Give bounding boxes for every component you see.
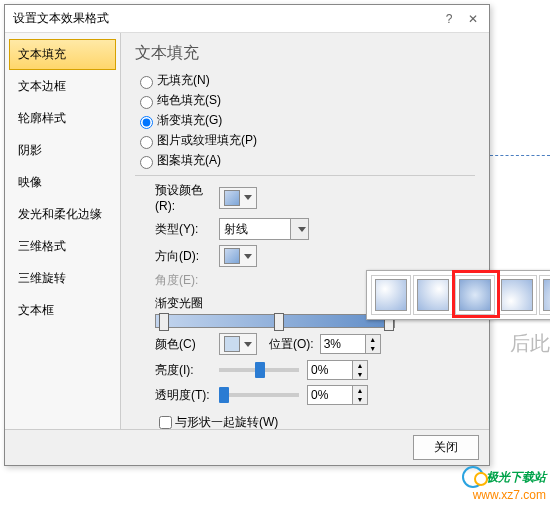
radio-gradient-fill-label[interactable]: 渐变填充(G): [157, 112, 222, 129]
dialog-title: 设置文本效果格式: [13, 10, 437, 27]
titlebar[interactable]: 设置文本效果格式 ? ✕: [5, 5, 489, 33]
chevron-down-icon: [244, 254, 252, 259]
panel-heading: 文本填充: [135, 43, 475, 64]
spinner-down-button[interactable]: ▼: [353, 395, 367, 404]
direction-label: 方向(D):: [135, 248, 219, 265]
spinner-down-button[interactable]: ▼: [366, 344, 380, 353]
stop-color-dropdown[interactable]: [219, 333, 257, 355]
direction-option-2[interactable]: [413, 275, 453, 315]
radio-pattern-fill[interactable]: [140, 156, 153, 169]
type-value-input[interactable]: [220, 220, 290, 238]
direction-swatch-icon: [543, 279, 550, 311]
watermark-url: www.xz7.com: [462, 488, 546, 502]
transparency-slider[interactable]: [219, 393, 299, 397]
gradient-stop-thumb[interactable]: [274, 313, 284, 331]
brightness-slider[interactable]: [219, 368, 299, 372]
brightness-input[interactable]: [308, 362, 352, 378]
chevron-down-icon: [244, 342, 252, 347]
help-button[interactable]: ?: [437, 9, 461, 29]
radio-solid-fill[interactable]: [140, 96, 153, 109]
direction-swatch-icon: [501, 279, 533, 311]
sidebar-item-text-fill[interactable]: 文本填充: [9, 39, 116, 70]
rotate-with-shape-checkbox[interactable]: [159, 416, 172, 429]
watermark: 极光下载站 www.xz7.com: [462, 466, 546, 502]
radio-pattern-fill-label[interactable]: 图案填充(A): [157, 152, 221, 169]
chevron-down-icon: [244, 195, 252, 200]
spinner-up-button[interactable]: ▲: [366, 335, 380, 344]
stop-color-swatch-icon: [224, 336, 240, 352]
direction-option-5[interactable]: [539, 275, 550, 315]
annotation-highlight: [452, 270, 500, 318]
preset-colors-label: 预设颜色(R):: [135, 182, 219, 213]
brightness-label: 亮度(I):: [135, 362, 219, 379]
content-panel: 文本填充 无填充(N) 纯色填充(S) 渐变填充(G) 图片或纹理填充(P) 图…: [121, 33, 489, 429]
slider-thumb[interactable]: [219, 387, 229, 403]
position-label: 位置(O):: [269, 336, 314, 353]
position-spinner[interactable]: ▲▼: [320, 334, 381, 354]
sidebar-item-shadow[interactable]: 阴影: [9, 135, 116, 166]
radio-solid-fill-label[interactable]: 纯色填充(S): [157, 92, 221, 109]
preset-colors-dropdown[interactable]: [219, 187, 257, 209]
gradient-stops-slider[interactable]: [155, 314, 395, 328]
transparency-label: 透明度(T):: [135, 387, 219, 404]
type-label: 类型(Y):: [135, 221, 219, 238]
slider-thumb[interactable]: [255, 362, 265, 378]
chevron-down-icon: [298, 227, 306, 232]
sidebar-item-reflection[interactable]: 映像: [9, 167, 116, 198]
sidebar-item-outline-style[interactable]: 轮廓样式: [9, 103, 116, 134]
sidebar-item-text-outline[interactable]: 文本边框: [9, 71, 116, 102]
dialog-footer: 关闭: [5, 429, 489, 465]
angle-label: 角度(E):: [135, 272, 219, 289]
watermark-logo-icon: [462, 466, 484, 488]
close-dialog-button[interactable]: 关闭: [413, 435, 479, 460]
color-label: 颜色(C): [135, 336, 219, 353]
sidebar-item-3d-format[interactable]: 三维格式: [9, 231, 116, 262]
sidebar-item-3d-rotation[interactable]: 三维旋转: [9, 263, 116, 294]
radio-gradient-fill[interactable]: [140, 116, 153, 129]
radio-no-fill[interactable]: [140, 76, 153, 89]
type-combobox[interactable]: [219, 218, 309, 240]
bg-placeholder-text: 后此: [510, 330, 550, 357]
type-dropdown-button[interactable]: [290, 219, 308, 239]
direction-swatch-icon: [417, 279, 449, 311]
format-text-effects-dialog: 设置文本效果格式 ? ✕ 文本填充 文本边框 轮廓样式 阴影 映像 发光和柔化边…: [4, 4, 490, 466]
bg-ruler-dashed-1: [490, 155, 550, 156]
direction-dropdown[interactable]: [219, 245, 257, 267]
direction-swatch-icon: [375, 279, 407, 311]
spinner-down-button[interactable]: ▼: [353, 370, 367, 379]
category-sidebar: 文本填充 文本边框 轮廓样式 阴影 映像 发光和柔化边缘 三维格式 三维旋转 文…: [5, 33, 121, 429]
radio-picture-fill-label[interactable]: 图片或纹理填充(P): [157, 132, 257, 149]
position-input[interactable]: [321, 336, 365, 352]
divider: [135, 175, 475, 176]
transparency-input[interactable]: [308, 387, 352, 403]
sidebar-item-glow-soft-edges[interactable]: 发光和柔化边缘: [9, 199, 116, 230]
direction-option-4[interactable]: [497, 275, 537, 315]
watermark-brand: 极光下载站: [486, 469, 546, 486]
radio-picture-fill[interactable]: [140, 136, 153, 149]
direction-swatch-icon: [224, 248, 240, 264]
spinner-up-button[interactable]: ▲: [353, 386, 367, 395]
sidebar-item-textbox[interactable]: 文本框: [9, 295, 116, 326]
brightness-spinner[interactable]: ▲▼: [307, 360, 368, 380]
spinner-up-button[interactable]: ▲: [353, 361, 367, 370]
transparency-spinner[interactable]: ▲▼: [307, 385, 368, 405]
close-button[interactable]: ✕: [461, 9, 485, 29]
gradient-stop-thumb[interactable]: [159, 313, 169, 331]
direction-option-1[interactable]: [371, 275, 411, 315]
radio-no-fill-label[interactable]: 无填充(N): [157, 72, 210, 89]
preset-color-swatch-icon: [224, 190, 240, 206]
